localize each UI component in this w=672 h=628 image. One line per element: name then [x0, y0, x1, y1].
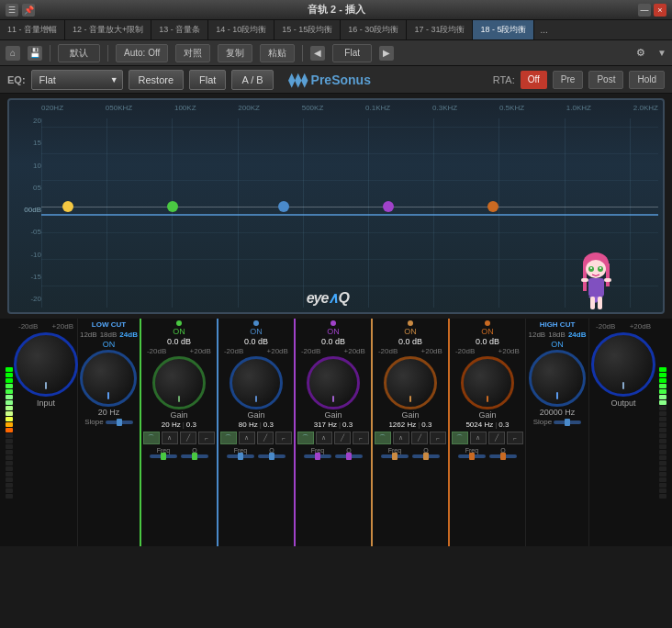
output-knob[interactable] [591, 332, 655, 397]
band-4-on-button[interactable]: ON [404, 327, 417, 336]
close-button[interactable]: × [654, 4, 666, 17]
tab-3[interactable]: 14 - 10段均衡 [208, 20, 274, 39]
hc-24db[interactable]: 24dB [568, 331, 587, 339]
band-1-gain-knob[interactable] [152, 356, 206, 409]
eq-preset-select[interactable]: Flat ▼ [31, 70, 123, 90]
rta-post-button[interactable]: Post [588, 71, 623, 89]
eq-dot-0[interactable] [62, 201, 73, 212]
lc-24db[interactable]: 24dB [119, 331, 138, 339]
pin-icon[interactable]: 📌 [22, 4, 35, 17]
band-1-type-peak[interactable]: ∧ [162, 432, 178, 444]
minimize-button[interactable]: — [638, 4, 651, 17]
low-cut-freq-knob[interactable] [80, 350, 137, 407]
band-5-q-slider[interactable] [489, 454, 517, 458]
high-cut-freq-knob[interactable] [529, 350, 586, 407]
hc-12db[interactable]: 12dB [529, 331, 546, 339]
band-5-freq-thumb[interactable] [469, 453, 475, 460]
band-2-freq-slider[interactable] [227, 454, 254, 458]
band-2-type-hp[interactable]: ⌐ [275, 432, 292, 444]
home-icon[interactable]: ⌂ [6, 46, 20, 61]
band-1-type-hp[interactable]: ⌐ [198, 432, 215, 444]
ab-button[interactable]: A / B [231, 70, 273, 90]
lc-18db[interactable]: 18dB [100, 331, 118, 339]
flat-button[interactable]: Flat [189, 70, 226, 90]
low-cut-slope-slider[interactable] [106, 421, 133, 424]
band-1-type-notch[interactable]: ╱ [180, 432, 196, 444]
tab-0[interactable]: 11 - 音量增幅 [0, 20, 65, 39]
band-3-gain-knob[interactable] [307, 356, 360, 409]
band-1-q-slider[interactable] [181, 454, 208, 458]
tab-5[interactable]: 16 - 30段均衡 [341, 20, 407, 39]
tab-6[interactable]: 17 - 31段均衡 [407, 20, 473, 39]
band-3-freq-thumb[interactable] [315, 453, 320, 460]
eq-dot-1[interactable] [167, 201, 178, 212]
band-2-on-button[interactable]: ON [250, 327, 263, 336]
band-2-type-shelf[interactable]: ⌒ [220, 432, 237, 444]
band-5-freq-slider[interactable] [458, 454, 486, 458]
band-3-type-notch[interactable]: ╱ [334, 432, 351, 444]
band-5-gain-knob[interactable] [461, 356, 514, 409]
band-5-type-peak[interactable]: ∧ [470, 432, 487, 444]
prev-icon[interactable]: ◀ [310, 46, 325, 61]
tab-7[interactable]: 18 - 5段均衡 [473, 20, 534, 39]
band-4-freq-slider[interactable] [381, 454, 409, 458]
band-4-type-hp[interactable]: ⌐ [430, 432, 446, 444]
band-4-gain-knob[interactable] [384, 356, 437, 409]
tab-2[interactable]: 13 - 音量条 [151, 20, 208, 39]
lc-12db[interactable]: 12dB [80, 331, 97, 339]
input-knob[interactable] [14, 332, 78, 397]
rta-hold-button[interactable]: Hold [629, 71, 665, 89]
band-1-type-shelf[interactable]: ⌒ [143, 432, 160, 444]
band-3-freq-slider[interactable] [304, 454, 331, 458]
band-5-type-notch[interactable]: ╱ [488, 432, 505, 444]
band-3-q-thumb[interactable] [346, 453, 352, 460]
low-cut-on-button[interactable]: ON [103, 340, 116, 349]
band-3-q-slider[interactable] [335, 454, 363, 458]
band-5-type-shelf[interactable]: ⌒ [452, 432, 468, 444]
band-4-type-notch[interactable]: ╱ [411, 432, 428, 444]
pair-button[interactable]: 对照 [175, 44, 210, 62]
tab-4[interactable]: 15 - 15段均衡 [274, 20, 341, 39]
band-2-type-notch[interactable]: ╱ [257, 432, 274, 444]
band-5-type-hp[interactable]: ⌐ [507, 432, 523, 444]
high-cut-on-button[interactable]: ON [551, 340, 564, 349]
menu-icon[interactable]: ☰ [6, 4, 18, 17]
rta-off-button[interactable]: Off [521, 71, 547, 89]
low-cut-slope-thumb[interactable] [117, 419, 122, 426]
save-icon[interactable]: 💾 [28, 46, 42, 61]
tab-more-button[interactable]: ... [534, 25, 553, 35]
band-1-freq-slider[interactable] [150, 454, 177, 458]
paste-button[interactable]: 粘贴 [260, 44, 295, 62]
band-3-type-hp[interactable]: ⌐ [353, 432, 369, 444]
band-4-type-peak[interactable]: ∧ [393, 432, 409, 444]
eq-dot-3[interactable] [383, 201, 394, 212]
copy-button[interactable]: 复制 [218, 44, 252, 62]
band-2-q-thumb[interactable] [269, 453, 274, 460]
eq-dot-4[interactable] [487, 201, 498, 212]
band-4-type-shelf[interactable]: ⌒ [375, 432, 391, 444]
hc-18db[interactable]: 18dB [548, 331, 566, 339]
band-2-gain-knob[interactable] [230, 356, 283, 409]
tab-1[interactable]: 12 - 音量放大+限制 [65, 20, 151, 39]
band-2-freq-thumb[interactable] [238, 453, 243, 460]
band-3-type-peak[interactable]: ∧ [316, 432, 332, 444]
band-1-freq-thumb[interactable] [161, 453, 166, 460]
auto-off-button[interactable]: Auto: Off [116, 44, 168, 62]
band-3-on-button[interactable]: ON [327, 327, 340, 336]
band-2-type-peak[interactable]: ∧ [239, 432, 255, 444]
band-5-on-button[interactable]: ON [481, 327, 494, 336]
high-cut-slope-thumb[interactable] [565, 419, 570, 426]
band-2-q-slider[interactable] [258, 454, 286, 458]
band-5-q-thumb[interactable] [500, 453, 506, 460]
band-4-q-slider[interactable] [412, 454, 440, 458]
band-1-q-thumb[interactable] [192, 453, 197, 460]
band-4-freq-thumb[interactable] [392, 453, 398, 460]
band-3-type-shelf[interactable]: ⌒ [297, 432, 314, 444]
gear-icon[interactable]: ⚙ [632, 44, 650, 62]
next-icon[interactable]: ▶ [379, 46, 394, 61]
eq-dot-2[interactable] [278, 201, 289, 212]
high-cut-slope-slider[interactable] [554, 421, 581, 424]
band-1-on-button[interactable]: ON [173, 327, 185, 336]
band-4-q-thumb[interactable] [423, 453, 429, 460]
restore-button[interactable]: Restore [129, 70, 185, 90]
